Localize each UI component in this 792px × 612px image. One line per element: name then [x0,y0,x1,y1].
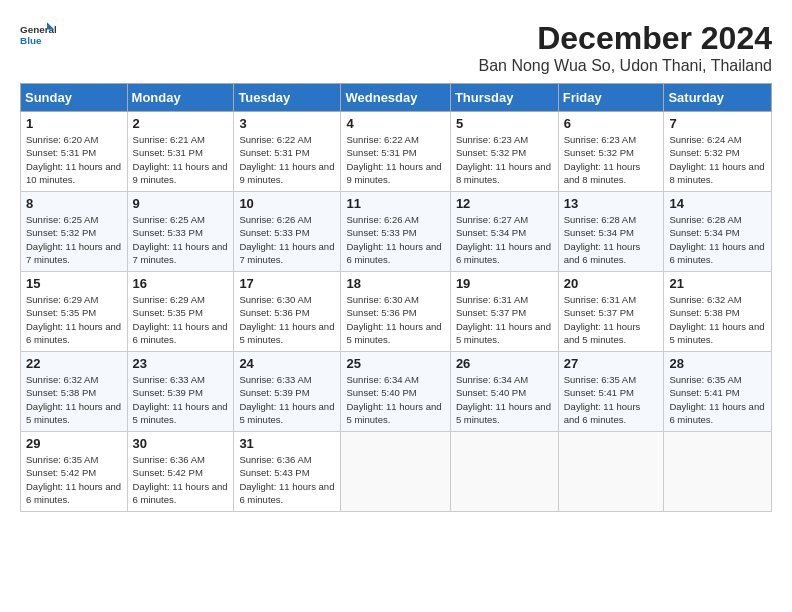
day-cell-25: 25 Sunrise: 6:34 AM Sunset: 5:40 PM Dayl… [341,352,450,432]
day-info: Sunrise: 6:30 AM Sunset: 5:36 PM Dayligh… [239,293,335,346]
day-info: Sunrise: 6:21 AM Sunset: 5:31 PM Dayligh… [133,133,229,186]
day-number: 22 [26,356,122,371]
day-info: Sunrise: 6:35 AM Sunset: 5:41 PM Dayligh… [564,373,659,426]
day-number: 24 [239,356,335,371]
day-number: 10 [239,196,335,211]
header-tuesday: Tuesday [234,84,341,112]
svg-text:General: General [20,24,56,35]
month-year-title: December 2024 [478,20,772,57]
day-info: Sunrise: 6:33 AM Sunset: 5:39 PM Dayligh… [239,373,335,426]
day-info: Sunrise: 6:36 AM Sunset: 5:42 PM Dayligh… [133,453,229,506]
day-cell-8: 8 Sunrise: 6:25 AM Sunset: 5:32 PM Dayli… [21,192,128,272]
day-cell-24: 24 Sunrise: 6:33 AM Sunset: 5:39 PM Dayl… [234,352,341,432]
day-info: Sunrise: 6:26 AM Sunset: 5:33 PM Dayligh… [346,213,444,266]
day-number: 29 [26,436,122,451]
day-info: Sunrise: 6:25 AM Sunset: 5:32 PM Dayligh… [26,213,122,266]
week-row-2: 8 Sunrise: 6:25 AM Sunset: 5:32 PM Dayli… [21,192,772,272]
day-info: Sunrise: 6:25 AM Sunset: 5:33 PM Dayligh… [133,213,229,266]
header-thursday: Thursday [450,84,558,112]
day-info: Sunrise: 6:31 AM Sunset: 5:37 PM Dayligh… [564,293,659,346]
day-number: 11 [346,196,444,211]
header-saturday: Saturday [664,84,772,112]
day-number: 9 [133,196,229,211]
day-cell-31: 31 Sunrise: 6:36 AM Sunset: 5:43 PM Dayl… [234,432,341,512]
day-number: 14 [669,196,766,211]
day-number: 28 [669,356,766,371]
day-info: Sunrise: 6:30 AM Sunset: 5:36 PM Dayligh… [346,293,444,346]
day-cell-12: 12 Sunrise: 6:27 AM Sunset: 5:34 PM Dayl… [450,192,558,272]
empty-cell-4-5 [558,432,664,512]
empty-cell-4-3 [341,432,450,512]
day-number: 18 [346,276,444,291]
day-cell-3: 3 Sunrise: 6:22 AM Sunset: 5:31 PM Dayli… [234,112,341,192]
header-monday: Monday [127,84,234,112]
day-number: 2 [133,116,229,131]
day-info: Sunrise: 6:23 AM Sunset: 5:32 PM Dayligh… [456,133,553,186]
day-number: 25 [346,356,444,371]
day-cell-27: 27 Sunrise: 6:35 AM Sunset: 5:41 PM Dayl… [558,352,664,432]
day-cell-17: 17 Sunrise: 6:30 AM Sunset: 5:36 PM Dayl… [234,272,341,352]
week-row-5: 29 Sunrise: 6:35 AM Sunset: 5:42 PM Dayl… [21,432,772,512]
day-number: 27 [564,356,659,371]
day-info: Sunrise: 6:28 AM Sunset: 5:34 PM Dayligh… [564,213,659,266]
day-info: Sunrise: 6:27 AM Sunset: 5:34 PM Dayligh… [456,213,553,266]
day-number: 5 [456,116,553,131]
day-number: 26 [456,356,553,371]
day-info: Sunrise: 6:22 AM Sunset: 5:31 PM Dayligh… [239,133,335,186]
day-number: 30 [133,436,229,451]
day-number: 12 [456,196,553,211]
day-info: Sunrise: 6:20 AM Sunset: 5:31 PM Dayligh… [26,133,122,186]
day-cell-21: 21 Sunrise: 6:32 AM Sunset: 5:38 PM Dayl… [664,272,772,352]
day-cell-11: 11 Sunrise: 6:26 AM Sunset: 5:33 PM Dayl… [341,192,450,272]
header-wednesday: Wednesday [341,84,450,112]
day-cell-22: 22 Sunrise: 6:32 AM Sunset: 5:38 PM Dayl… [21,352,128,432]
location-subtitle: Ban Nong Wua So, Udon Thani, Thailand [478,57,772,75]
day-number: 3 [239,116,335,131]
day-info: Sunrise: 6:36 AM Sunset: 5:43 PM Dayligh… [239,453,335,506]
day-number: 17 [239,276,335,291]
day-cell-16: 16 Sunrise: 6:29 AM Sunset: 5:35 PM Dayl… [127,272,234,352]
day-info: Sunrise: 6:23 AM Sunset: 5:32 PM Dayligh… [564,133,659,186]
week-row-4: 22 Sunrise: 6:32 AM Sunset: 5:38 PM Dayl… [21,352,772,432]
day-cell-26: 26 Sunrise: 6:34 AM Sunset: 5:40 PM Dayl… [450,352,558,432]
logo: General Blue [20,20,58,48]
day-cell-14: 14 Sunrise: 6:28 AM Sunset: 5:34 PM Dayl… [664,192,772,272]
day-number: 20 [564,276,659,291]
day-info: Sunrise: 6:24 AM Sunset: 5:32 PM Dayligh… [669,133,766,186]
day-info: Sunrise: 6:34 AM Sunset: 5:40 PM Dayligh… [346,373,444,426]
header-sunday: Sunday [21,84,128,112]
calendar-table: Sunday Monday Tuesday Wednesday Thursday… [20,83,772,512]
day-cell-18: 18 Sunrise: 6:30 AM Sunset: 5:36 PM Dayl… [341,272,450,352]
day-info: Sunrise: 6:35 AM Sunset: 5:42 PM Dayligh… [26,453,122,506]
day-cell-15: 15 Sunrise: 6:29 AM Sunset: 5:35 PM Dayl… [21,272,128,352]
day-cell-5: 5 Sunrise: 6:23 AM Sunset: 5:32 PM Dayli… [450,112,558,192]
day-info: Sunrise: 6:32 AM Sunset: 5:38 PM Dayligh… [26,373,122,426]
svg-text:Blue: Blue [20,35,42,46]
empty-cell-4-6 [664,432,772,512]
day-number: 31 [239,436,335,451]
day-number: 19 [456,276,553,291]
day-cell-19: 19 Sunrise: 6:31 AM Sunset: 5:37 PM Dayl… [450,272,558,352]
header-friday: Friday [558,84,664,112]
day-info: Sunrise: 6:34 AM Sunset: 5:40 PM Dayligh… [456,373,553,426]
day-cell-30: 30 Sunrise: 6:36 AM Sunset: 5:42 PM Dayl… [127,432,234,512]
day-cell-6: 6 Sunrise: 6:23 AM Sunset: 5:32 PM Dayli… [558,112,664,192]
day-cell-4: 4 Sunrise: 6:22 AM Sunset: 5:31 PM Dayli… [341,112,450,192]
day-info: Sunrise: 6:22 AM Sunset: 5:31 PM Dayligh… [346,133,444,186]
day-number: 8 [26,196,122,211]
day-info: Sunrise: 6:26 AM Sunset: 5:33 PM Dayligh… [239,213,335,266]
empty-cell-4-4 [450,432,558,512]
day-info: Sunrise: 6:31 AM Sunset: 5:37 PM Dayligh… [456,293,553,346]
day-info: Sunrise: 6:33 AM Sunset: 5:39 PM Dayligh… [133,373,229,426]
weekday-header-row: Sunday Monday Tuesday Wednesday Thursday… [21,84,772,112]
day-cell-28: 28 Sunrise: 6:35 AM Sunset: 5:41 PM Dayl… [664,352,772,432]
day-info: Sunrise: 6:32 AM Sunset: 5:38 PM Dayligh… [669,293,766,346]
day-number: 6 [564,116,659,131]
day-cell-10: 10 Sunrise: 6:26 AM Sunset: 5:33 PM Dayl… [234,192,341,272]
day-number: 13 [564,196,659,211]
day-number: 7 [669,116,766,131]
day-info: Sunrise: 6:35 AM Sunset: 5:41 PM Dayligh… [669,373,766,426]
day-cell-13: 13 Sunrise: 6:28 AM Sunset: 5:34 PM Dayl… [558,192,664,272]
page-header: General Blue December 2024 Ban Nong Wua … [20,20,772,75]
logo-icon: General Blue [20,20,56,48]
